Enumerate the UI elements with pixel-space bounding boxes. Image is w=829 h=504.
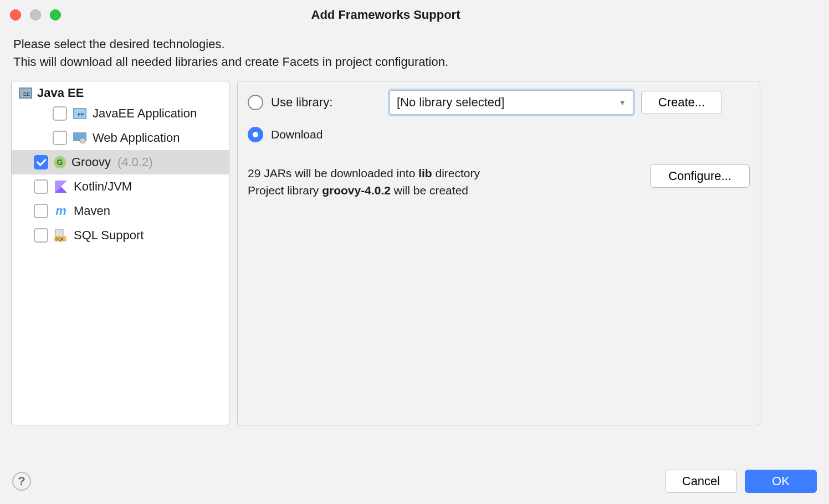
dialog-footer: ? Cancel OK	[0, 461, 771, 470]
titlebar: Add Frameworks Support	[0, 0, 771, 30]
download-label: Download	[271, 128, 323, 141]
minimize-icon	[30, 9, 41, 20]
download-radio[interactable]	[248, 127, 263, 142]
tree-group-header[interactable]: EE Java EE	[12, 85, 229, 101]
tree-item-label: Kotlin/JVM	[74, 179, 132, 194]
maximize-icon[interactable]	[50, 9, 61, 20]
tree-item-label: JavaEE Application	[93, 106, 197, 121]
svg-rect-10	[55, 229, 63, 237]
tree-item-label: SQL Support	[74, 228, 144, 243]
frameworks-tree[interactable]: EE Java EE EE JavaEE Application Web App…	[11, 81, 229, 425]
svg-text:EE: EE	[78, 112, 84, 117]
combo-value: [No library selected]	[397, 95, 504, 110]
tree-item-maven[interactable]: m Maven	[12, 199, 229, 223]
use-library-radio[interactable]	[248, 95, 263, 110]
checkbox[interactable]	[34, 228, 48, 243]
create-library-button[interactable]: Create...	[641, 91, 722, 114]
kotlin-icon	[54, 179, 68, 194]
use-library-label: Use library:	[271, 95, 382, 110]
svg-text:SQL: SQL	[55, 236, 65, 241]
tree-item-label: Maven	[74, 204, 110, 218]
web-icon	[73, 131, 87, 145]
checkbox[interactable]	[34, 179, 48, 194]
checkbox[interactable]	[53, 131, 67, 145]
instructions-line: Please select the desired technologies.	[13, 35, 758, 53]
maven-icon: m	[54, 204, 68, 218]
instructions: Please select the desired technologies. …	[0, 30, 771, 81]
tree-item-kotlin[interactable]: Kotlin/JVM	[12, 174, 229, 199]
download-info-text: 29 JARs will be downloaded into lib dire…	[248, 164, 480, 199]
configure-button[interactable]: Configure...	[650, 164, 750, 188]
library-select[interactable]: [No library selected] ▼	[390, 90, 633, 115]
window-controls	[10, 9, 61, 20]
window-title: Add Frameworks Support	[0, 8, 771, 22]
checkbox[interactable]	[34, 155, 48, 169]
tree-item-label: Groovy	[71, 155, 111, 169]
tree-item-groovy[interactable]: G Groovy (4.0.2)	[12, 150, 229, 174]
svg-point-7	[80, 138, 85, 143]
checkbox[interactable]	[34, 204, 48, 218]
tree-item-sql[interactable]: SQL SQL Support	[12, 223, 229, 248]
chevron-down-icon: ▼	[618, 98, 626, 107]
version-label: (4.0.2)	[117, 155, 153, 169]
tree-item-web-app[interactable]: Web Application	[12, 126, 229, 150]
svg-text:EE: EE	[23, 91, 30, 97]
javaee-icon: EE	[18, 86, 33, 100]
tree-item-javaee-app[interactable]: EE JavaEE Application	[12, 101, 229, 126]
groovy-icon: G	[54, 156, 66, 168]
close-icon[interactable]	[10, 9, 21, 20]
module-icon: EE	[73, 106, 87, 121]
tree-item-label: Web Application	[93, 131, 180, 145]
checkbox[interactable]	[53, 106, 67, 121]
instructions-line: This will download all needed libraries …	[13, 53, 758, 71]
tree-header-label: Java EE	[37, 86, 84, 100]
sql-icon: SQL	[54, 228, 68, 243]
framework-options: Use library: [No library selected] ▼ Cre…	[237, 81, 760, 425]
